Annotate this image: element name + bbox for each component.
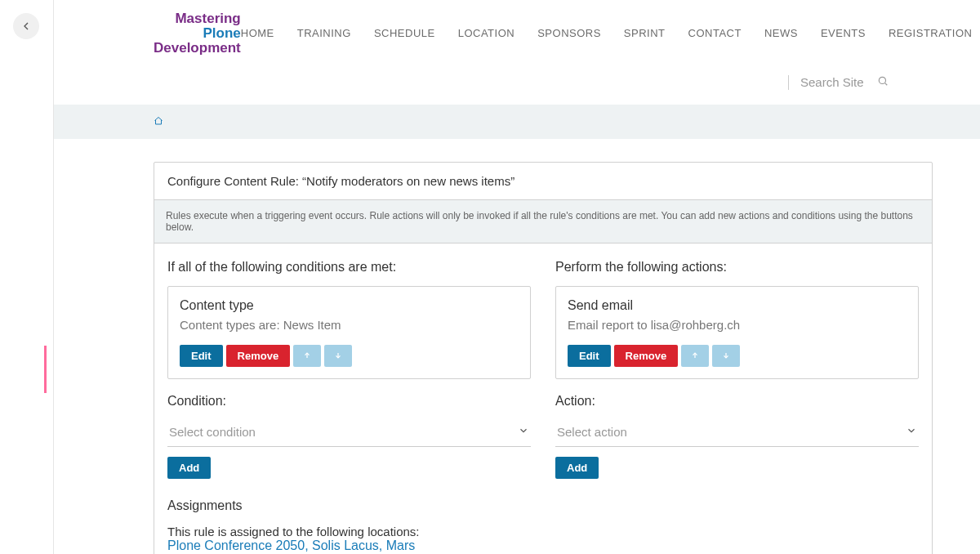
panel-title: Configure Content Rule: “Notify moderato…: [154, 163, 932, 200]
nav-events[interactable]: EVENTS: [821, 27, 866, 39]
arrow-down-icon: [334, 351, 342, 360]
assignments-intro: This rule is assigned to the following l…: [167, 525, 531, 538]
condition-edit-button[interactable]: Edit: [180, 345, 223, 367]
nav-home[interactable]: HOME: [241, 27, 274, 39]
search-wrap: [788, 75, 889, 90]
nav-sprint[interactable]: SPRINT: [624, 27, 666, 39]
action-edit-button[interactable]: Edit: [568, 345, 611, 367]
search-row: [54, 67, 980, 105]
nav-schedule[interactable]: SCHEDULE: [374, 27, 435, 39]
panel-help-text: Rules execute when a triggering event oc…: [154, 200, 932, 243]
condition-move-up-button[interactable]: [293, 345, 321, 367]
vertical-divider: [53, 0, 54, 554]
actions-heading: Perform the following actions:: [555, 260, 919, 275]
actions-column: Perform the following actions: Send emai…: [555, 260, 919, 553]
nav-registration[interactable]: REGISTRATION: [889, 27, 973, 39]
nav-sponsors[interactable]: SPONSORS: [537, 27, 601, 39]
action-select-label: Action:: [555, 394, 919, 409]
chevron-down-icon: [906, 425, 917, 440]
back-button[interactable]: [13, 13, 39, 39]
arrow-down-icon: [722, 351, 730, 360]
condition-remove-button[interactable]: Remove: [226, 345, 291, 367]
home-icon[interactable]: [154, 114, 163, 128]
arrow-left-icon: [20, 20, 33, 33]
nav-training[interactable]: TRAINING: [297, 27, 351, 39]
main-nav: HOME TRAINING SCHEDULE LOCATION SPONSORS…: [241, 27, 973, 39]
conditions-heading: If all of the following conditions are m…: [167, 260, 531, 275]
condition-card-title: Content type: [180, 298, 519, 313]
assignment-location-link[interactable]: Plone Conference 2050, Solis Lacus, Mars: [167, 538, 415, 552]
svg-line-1: [885, 83, 888, 85]
site-header: Mastering Plone Development HOME TRAININ…: [54, 0, 980, 67]
site-logo[interactable]: Mastering Plone Development: [154, 11, 241, 56]
nav-contact[interactable]: CONTACT: [688, 27, 742, 39]
condition-card-desc: Content types are: News Item: [180, 318, 519, 332]
search-icon[interactable]: [877, 75, 889, 90]
action-remove-button[interactable]: Remove: [614, 345, 679, 367]
nav-news[interactable]: NEWS: [764, 27, 798, 39]
condition-card: Content type Content types are: News Ite…: [167, 286, 531, 379]
assignments-heading: Assignments: [167, 498, 531, 513]
condition-add-button[interactable]: Add: [167, 457, 211, 479]
svg-point-0: [879, 77, 885, 83]
pink-indicator: [44, 346, 47, 393]
action-select-placeholder: Select action: [557, 425, 627, 439]
config-panel: Configure Content Rule: “Notify moderato…: [154, 162, 933, 554]
action-select[interactable]: Select action: [555, 418, 919, 447]
action-move-up-button[interactable]: [681, 345, 709, 367]
action-move-down-button[interactable]: [712, 345, 740, 367]
nav-location[interactable]: LOCATION: [458, 27, 515, 39]
condition-select-placeholder: Select condition: [169, 425, 256, 439]
action-card-desc: Email report to lisa@rohberg.ch: [568, 318, 906, 332]
action-card-title: Send email: [568, 298, 906, 313]
conditions-column: If all of the following conditions are m…: [167, 260, 531, 553]
breadcrumb-bar: [54, 105, 980, 139]
arrow-up-icon: [691, 351, 699, 360]
condition-select-label: Condition:: [167, 394, 531, 409]
chevron-down-icon: [518, 425, 529, 440]
logo-line-1: Mastering: [154, 11, 241, 26]
action-add-button[interactable]: Add: [555, 457, 599, 479]
logo-line-3: Development: [154, 41, 241, 56]
search-input[interactable]: [800, 75, 869, 89]
logo-line-2: Plone: [154, 26, 241, 41]
action-card: Send email Email report to lisa@rohberg.…: [555, 286, 919, 379]
condition-select[interactable]: Select condition: [167, 418, 531, 447]
condition-move-down-button[interactable]: [324, 345, 352, 367]
arrow-up-icon: [303, 351, 311, 360]
